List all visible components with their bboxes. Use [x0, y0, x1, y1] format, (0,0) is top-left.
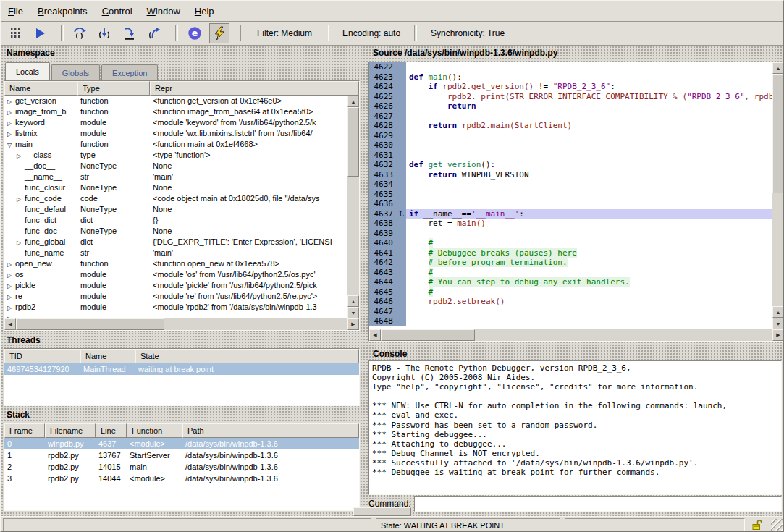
source-horizontal-scrollbar[interactable]: ◀ ▶ — [369, 329, 784, 341]
source-line[interactable]: 4624 if rpdb2.get_version() != "RPDB_2_3… — [369, 82, 772, 92]
expander-icon[interactable]: ▷ — [7, 107, 15, 117]
source-line[interactable]: 4635 — [369, 190, 772, 200]
line-number[interactable]: 4628 — [369, 121, 397, 131]
expander-icon[interactable]: ▷ — [17, 151, 25, 161]
source-line[interactable]: 4629 — [369, 131, 772, 141]
scroll-right-icon[interactable]: ▶ — [347, 318, 359, 330]
source-line[interactable]: 4628 return rpdb2.main(StartClient) — [369, 121, 772, 131]
source-line[interactable]: 4636 — [369, 199, 772, 209]
source-vertical-scrollbar[interactable]: ▲ ▲ ▼ — [772, 62, 784, 329]
step-over-icon[interactable] — [70, 23, 90, 43]
scrollbar-track[interactable] — [164, 318, 347, 330]
namespace-row[interactable]: __name__str'main' — [4, 172, 347, 182]
namespace-row[interactable]: ▷get_versionfunction<function get_versio… — [4, 96, 347, 106]
line-number[interactable]: 4636 — [369, 199, 397, 209]
scrollbar-thumb[interactable] — [381, 329, 475, 341]
console-output[interactable]: RPDB - The Remote Python Debugger, versi… — [368, 360, 782, 495]
expander-icon[interactable]: ▷ — [7, 303, 15, 313]
line-number[interactable]: 4629 — [369, 131, 397, 141]
line-number[interactable]: 4633 — [369, 170, 397, 180]
source-line[interactable]: 4623def main(): — [369, 72, 772, 83]
line-number[interactable]: 4631 — [369, 151, 397, 161]
expander-icon[interactable]: ▷ — [7, 259, 15, 269]
tab-exception[interactable]: Exception — [101, 64, 158, 80]
line-number[interactable]: 4637 — [369, 209, 397, 219]
line-number[interactable]: 4641 — [369, 248, 397, 258]
table-row[interactable]: 2rpdb2.py14015main/data/sys/bin/winpdb-1… — [4, 461, 359, 473]
line-number[interactable]: 4634 — [369, 180, 397, 190]
source-line[interactable]: 4647 — [369, 307, 772, 317]
resize-grip[interactable] — [771, 519, 784, 532]
line-number[interactable]: 4626 — [369, 101, 397, 111]
expander-icon[interactable]: ▽ — [7, 140, 15, 150]
expander-icon[interactable]: ▷ — [7, 281, 15, 291]
sync-lightning-icon[interactable] — [209, 23, 229, 43]
source-line[interactable]: 4643 # — [369, 268, 772, 278]
column-header-path[interactable]: Path — [182, 423, 359, 438]
line-number[interactable]: 4630 — [369, 140, 397, 151]
source-line[interactable]: 4631 — [369, 151, 772, 161]
source-line[interactable]: 4634 — [369, 180, 772, 190]
break-icon[interactable] — [5, 23, 25, 43]
expander-icon[interactable]: ▷ — [7, 313, 15, 318]
line-number[interactable]: 4646 — [369, 297, 397, 307]
scroll-up-icon[interactable]: ▲ — [347, 295, 359, 307]
scrollbar-thumb[interactable] — [347, 107, 359, 177]
scroll-left-icon[interactable]: ◀ — [4, 318, 16, 330]
column-header-repr[interactable]: Repr — [150, 81, 359, 96]
line-number[interactable]: 4622 — [369, 62, 397, 72]
namespace-row[interactable]: func_defaulNoneTypeNone — [4, 204, 347, 215]
line-number[interactable]: 4624 — [369, 82, 397, 92]
source-editor[interactable]: 46224623def main():4624 if rpdb2.get_ver… — [368, 62, 784, 342]
go-icon[interactable] — [30, 23, 50, 43]
namespace-row[interactable]: func_closurNoneTypeNone — [4, 182, 347, 193]
namespace-row[interactable]: ▷func_globaldict{'DLG_EXPR_TITLE': 'Ente… — [4, 237, 347, 248]
namespace-row[interactable]: ▷osmodule<module 'os' from '/usr/lib64/p… — [4, 269, 347, 280]
line-number[interactable]: 4640 — [369, 238, 397, 248]
line-number[interactable]: 4642 — [369, 258, 397, 268]
line-number[interactable]: 4638 — [369, 219, 397, 229]
source-line[interactable]: 4644 # You can step to debug any exit ha… — [369, 277, 772, 287]
tab-globals[interactable]: Globals — [51, 64, 100, 80]
source-line[interactable]: 4640 # — [369, 238, 772, 248]
eval-badge-icon[interactable]: e — [185, 23, 205, 43]
splitter-sash[interactable] — [353, 507, 411, 516]
source-line[interactable]: 4622 — [369, 62, 772, 72]
source-line[interactable]: 4648 — [369, 316, 772, 326]
expander-icon[interactable]: ▷ — [17, 237, 25, 248]
namespace-row[interactable]: ▷__class__type<type 'function'> — [4, 150, 347, 161]
source-line[interactable]: 4645 # — [369, 287, 772, 297]
column-header-state[interactable]: State — [135, 349, 359, 363]
namespace-row[interactable]: ▷rpdb2module<module 'rpdb2' from '/data/… — [4, 302, 347, 313]
source-line[interactable]: 4638 ret = main() — [369, 219, 772, 229]
column-header-function[interactable]: Function — [127, 423, 182, 438]
namespace-row[interactable]: ▷picklemodule<module 'pickle' from '/usr… — [4, 280, 347, 291]
line-number[interactable]: 4632 — [369, 160, 397, 170]
menu-item-control[interactable]: Control — [95, 1, 140, 21]
command-input[interactable] — [414, 496, 782, 512]
namespace-row[interactable]: ▷func_codecode<code object main at 0x180… — [4, 193, 347, 204]
source-line[interactable]: 4630 — [369, 140, 772, 151]
line-number[interactable]: 4647 — [369, 307, 397, 317]
goto-line-icon[interactable] — [119, 23, 140, 43]
namespace-row[interactable]: func_docNoneTypeNone — [4, 226, 347, 237]
expander-icon[interactable]: ▷ — [17, 194, 25, 204]
namespace-row[interactable]: ▷image_from_bfunction<function image_fro… — [4, 106, 347, 117]
tab-locals[interactable]: Locals — [5, 62, 50, 80]
scrollbar-thumb[interactable] — [16, 318, 164, 330]
source-line[interactable]: 4626 return — [369, 101, 772, 111]
expander-icon[interactable]: ▷ — [7, 270, 15, 280]
namespace-row[interactable]: __doc__NoneTypeNone — [4, 161, 347, 172]
column-header-name[interactable]: Name — [80, 349, 135, 363]
line-number[interactable]: 4623 — [369, 72, 397, 83]
menu-item-window[interactable]: Window — [140, 1, 187, 21]
table-row[interactable]: 0winpdb.py4637<module>/data/sys/bin/winp… — [4, 438, 359, 449]
expander-icon[interactable]: ▷ — [7, 118, 15, 128]
expander-icon[interactable]: ▷ — [7, 96, 15, 106]
namespace-row[interactable]: ▷ — [4, 313, 347, 318]
column-header-frame[interactable]: Frame — [4, 423, 45, 438]
column-header-name[interactable]: Name — [4, 81, 77, 96]
source-line[interactable]: 4633 return WINPDB_VERSION — [369, 170, 772, 180]
column-header-tid[interactable]: TID — [4, 349, 80, 363]
scroll-up-icon[interactable]: ▲ — [347, 96, 359, 107]
